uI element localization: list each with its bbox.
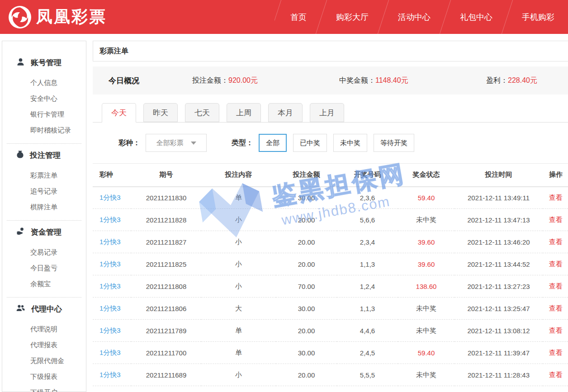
nav-item[interactable]: 礼包中心 xyxy=(446,0,506,34)
type-btn-全部[interactable]: 全部 xyxy=(259,134,287,152)
cell-action: 查看 xyxy=(543,298,568,320)
brand[interactable]: 凤凰彩票 xyxy=(0,5,107,29)
cell-lottery[interactable]: 1分快3 xyxy=(93,187,131,209)
view-link[interactable]: 查看 xyxy=(549,260,563,268)
tab-昨天[interactable]: 昨天 xyxy=(143,103,178,122)
cell-action: 查看 xyxy=(543,187,568,209)
cell-action: 查看 xyxy=(543,342,568,364)
type-btn-已中奖[interactable]: 已中奖 xyxy=(293,134,327,152)
nav-item[interactable]: 活动中心 xyxy=(384,0,444,34)
sidebar-item-下级开户[interactable]: 下级开户 xyxy=(2,384,86,392)
sidebar-item-追号记录[interactable]: 追号记录 xyxy=(2,183,86,199)
cell-amount: 20.00 xyxy=(276,253,337,275)
cell-lottery[interactable]: 1分快3 xyxy=(93,253,131,275)
nav-item[interactable]: 购彩大厅 xyxy=(322,0,382,34)
cell-time: 2021-12-11 13:46:20 xyxy=(454,231,543,253)
cell-amount: 70.00 xyxy=(276,275,337,298)
lottery-select-value: 全部彩票 xyxy=(156,139,184,147)
tab-七天[interactable]: 七天 xyxy=(185,103,219,122)
cell-issue: 20211211689 xyxy=(131,364,201,386)
sidebar-section-投注管理[interactable]: 投注管理 xyxy=(2,149,86,161)
page-title: 彩票注单 xyxy=(99,47,128,56)
tab-上周[interactable]: 上周 xyxy=(227,103,261,122)
cell-amount: 20.00 xyxy=(276,320,337,342)
lottery-filter-label: 彩种： xyxy=(118,138,140,148)
cell-content: 小 xyxy=(201,231,276,253)
sidebar-item-安全中心[interactable]: 安全中心 xyxy=(2,90,86,106)
cell-action: 查看 xyxy=(543,320,568,342)
main-content: 彩票注单 今日概况 投注金额：920.00元中奖金额：1148.40元盈利：22… xyxy=(93,41,568,392)
cell-lottery[interactable]: 1分快3 xyxy=(93,364,131,386)
cell-issue: 20211211700 xyxy=(131,342,201,364)
view-link[interactable]: 查看 xyxy=(549,282,563,290)
cell-issue: 20211211808 xyxy=(131,275,201,298)
cell-status: 39.60 xyxy=(398,231,454,253)
cell-lottery[interactable]: 1分快3 xyxy=(93,320,131,342)
sidebar-section-代理中心[interactable]: 代理中心 xyxy=(2,303,86,315)
sidebar-item-代理说明[interactable]: 代理说明 xyxy=(2,321,86,337)
view-link[interactable]: 查看 xyxy=(549,194,563,201)
table-row: 1分快320211211700单30.002,4,559.402021-12-1… xyxy=(93,342,568,364)
sidebar-divider xyxy=(7,220,81,221)
sidebar-item-今日盈亏[interactable]: 今日盈亏 xyxy=(2,260,86,276)
nav-item[interactable]: 首页 xyxy=(277,0,320,34)
cell-lottery[interactable]: 1分快3 xyxy=(93,275,131,298)
cell-issue: 20211211789 xyxy=(131,320,201,342)
sidebar-item-棋牌注单[interactable]: 棋牌注单 xyxy=(2,199,86,215)
nav-item[interactable]: 手机购彩 xyxy=(508,0,568,34)
date-range-tabs: 今天昨天七天上周本月上月 xyxy=(93,103,568,122)
cell-numbers: 1,1,3 xyxy=(337,253,398,275)
sidebar-item-彩票注单[interactable]: 彩票注单 xyxy=(2,167,86,183)
sidebar-item-交易记录[interactable]: 交易记录 xyxy=(2,244,86,260)
cell-numbers: 2,3,6 xyxy=(337,187,398,209)
view-link[interactable]: 查看 xyxy=(549,238,563,246)
sidebar-divider xyxy=(7,297,81,298)
table-header-row: 彩种期号投注内容投注金额开奖号码奖金状态投注时间操作 xyxy=(93,164,568,187)
sidebar-item-代理报表[interactable]: 代理报表 xyxy=(2,337,86,353)
cell-lottery[interactable]: 1分快3 xyxy=(93,298,131,320)
view-link[interactable]: 查看 xyxy=(549,349,563,356)
main-nav: 首页购彩大厅活动中心礼包中心手机购彩 xyxy=(275,0,568,34)
col-header-content: 投注内容 xyxy=(201,164,276,187)
sidebar-item-即时稽核记录[interactable]: 即时稽核记录 xyxy=(2,122,86,138)
tab-今天[interactable]: 今天 xyxy=(102,103,136,123)
cell-content: 小 xyxy=(201,209,276,231)
tab-上月[interactable]: 上月 xyxy=(310,103,344,122)
sidebar-section-label: 代理中心 xyxy=(31,304,62,314)
sidebar-section-label: 账号管理 xyxy=(31,57,62,68)
summary-item-label: 盈利： xyxy=(486,76,508,84)
bets-table-wrap: 彩种期号投注内容投注金额开奖号码奖金状态投注时间操作 1分快3202112118… xyxy=(93,163,568,386)
sidebar-item-无限代佣金[interactable]: 无限代佣金 xyxy=(2,353,86,368)
cell-lottery[interactable]: 1分快3 xyxy=(93,342,131,364)
view-link[interactable]: 查看 xyxy=(549,371,563,378)
col-header-time: 投注时间 xyxy=(454,164,543,187)
sidebar-item-银行卡管理[interactable]: 银行卡管理 xyxy=(2,106,86,122)
sidebar-item-下级报表[interactable]: 下级报表 xyxy=(2,368,86,384)
col-header-issue: 期号 xyxy=(131,164,201,187)
type-btn-未中奖[interactable]: 未中奖 xyxy=(333,134,367,152)
top-header: 凤凰彩票 首页购彩大厅活动中心礼包中心手机购彩 xyxy=(0,0,568,34)
cell-lottery[interactable]: 1分快3 xyxy=(93,231,131,253)
cell-time: 2021-12-11 13:08:12 xyxy=(454,320,543,342)
cell-amount: 20.00 xyxy=(276,209,337,231)
cell-action: 查看 xyxy=(543,253,568,275)
type-btn-等待开奖[interactable]: 等待开奖 xyxy=(374,134,414,152)
sidebar-section-资金管理[interactable]: 资金管理 xyxy=(2,226,86,238)
sidebar-item-个人信息[interactable]: 个人信息 xyxy=(2,75,86,90)
sidebar-section-账号管理[interactable]: 账号管理 xyxy=(2,57,86,68)
sidebar-item-余额宝[interactable]: 余额宝 xyxy=(2,276,86,292)
cell-status: 未中奖 xyxy=(398,209,454,231)
type-filter-group: 全部已中奖未中奖等待开奖 xyxy=(259,134,421,152)
cell-numbers: 5,5,5 xyxy=(337,364,398,386)
table-row: 1分快320211211827小20.002,3,439.602021-12-1… xyxy=(93,231,568,253)
cell-time: 2021-12-11 13:27:23 xyxy=(454,275,543,298)
summary-item-value: 920.00元 xyxy=(228,76,258,84)
view-link[interactable]: 查看 xyxy=(549,304,563,312)
cell-lottery[interactable]: 1分快3 xyxy=(93,209,131,231)
view-link[interactable]: 查看 xyxy=(549,216,563,223)
cell-issue: 20211211830 xyxy=(131,187,201,209)
tab-本月[interactable]: 本月 xyxy=(268,103,303,122)
view-link[interactable]: 查看 xyxy=(549,326,563,334)
lottery-select[interactable]: 全部彩票 xyxy=(146,134,207,152)
col-header-status: 奖金状态 xyxy=(398,164,454,187)
